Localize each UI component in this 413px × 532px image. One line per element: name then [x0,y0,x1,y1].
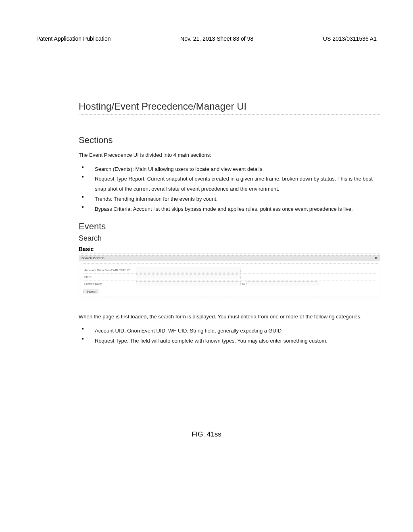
form-row-created-date: Created Date: to [83,281,375,287]
search-button[interactable]: Search [83,289,99,294]
search-form: Search Criteria ⚙ Account / Orion Event … [79,255,380,299]
criteria-list: Account UID, Orion Event UID, WF UID: St… [79,326,380,346]
page-content: Hosting/Event Precedence/Manager UI Sect… [79,101,380,353]
list-item: Trends: Trending information for the eve… [79,194,380,204]
figure-label: FIG. 41ss [0,430,413,438]
search-criteria-label: Search Criteria [81,256,104,260]
sections-list: Search (Events): Main UI allowing users … [79,164,380,214]
list-item: Request Type: The field will auto comple… [79,336,380,346]
post-form-text: When the page is first loaded, the searc… [79,313,380,321]
page-header: Patent Application Publication Nov. 21, … [0,35,413,42]
sections-heading: Sections [79,135,380,145]
events-heading: Events [79,221,380,232]
account-input[interactable] [136,268,241,272]
form-row-state: State: [83,274,375,281]
state-input[interactable] [136,274,241,279]
search-heading: Search [79,234,380,243]
list-item: Search (Events): Main UI allowing users … [79,164,380,175]
header-right: US 2013/0311536 A1 [323,35,377,42]
list-item: Bypass Criteria: Account list that skips… [79,204,380,214]
search-criteria-header: Search Criteria ⚙ [79,256,380,261]
form-body: Account / Orion Event WID / WF UID: Stat… [81,263,378,297]
created-from-input[interactable] [136,281,241,286]
gear-icon[interactable]: ⚙ [375,256,378,260]
header-center: Nov. 21, 2013 Sheet 83 of 98 [180,35,253,42]
header-left: Patent Application Publication [36,35,111,42]
form-label-state: State: [83,276,136,278]
intro-text: The Event Precedence UI is divided into … [79,151,380,160]
basic-heading: Basic [79,246,380,254]
main-title: Hosting/Event Precedence/Manager UI [79,101,380,115]
form-label-account: Account / Orion Event WID / WF UID: [83,269,136,272]
form-row-account: Account / Orion Event WID / WF UID: [83,267,375,274]
list-item: Account UID, Orion Event UID, WF UID: St… [79,326,380,336]
form-label-created: Created Date: [83,283,136,285]
created-to-input[interactable] [246,281,319,286]
list-item: Request Type Report: Current snapshot of… [79,174,380,194]
to-label: to [242,283,245,285]
